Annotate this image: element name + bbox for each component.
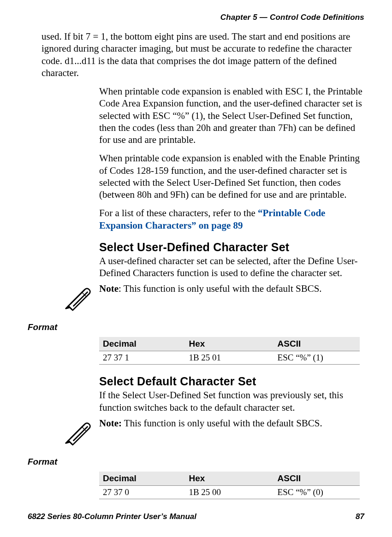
note-2-text: Note: This function is only useful with … [99,417,322,429]
table1-header-hex: Hex [185,337,273,351]
format-table-1: Decimal Hex ASCII 27 37 1 1B 25 01 ESC “… [99,337,360,365]
paragraph-4-lead: For a list of these characters, refer to… [99,207,258,218]
paragraph-intro-continued: used. If bit 7 = 1, the bottom eight pin… [42,30,364,79]
running-header: Chapter 5 — Control Code Definitions [28,13,364,22]
note-row-2: Note: This function is only useful with … [99,417,364,446]
heading-select-user-defined-set: Select User-Defined Character Set [99,241,364,254]
table-row: 27 37 1 1B 25 01 ESC “%” (1) [99,351,360,365]
note-2-body: This function is only useful with the de… [124,418,322,429]
note-1-body: This function is only useful with the de… [124,283,322,294]
note-1-sep: : [119,283,124,294]
table2-cell-ascii: ESC “%” (0) [274,485,360,499]
table1-header-decimal: Decimal [99,337,185,351]
table1-cell-decimal: 27 37 1 [99,351,185,365]
table2-cell-decimal: 27 37 0 [99,485,185,499]
table2-header-hex: Hex [185,472,273,486]
format-table-2: Decimal Hex ASCII 27 37 0 1B 25 00 ESC “… [99,472,360,499]
table2-header-decimal: Decimal [99,472,185,486]
footer-page-number: 87 [356,512,364,521]
format-heading-2: Format [28,457,364,467]
table1-cell-hex: 1B 25 01 [185,351,273,365]
table1-cell-ascii: ESC “%” (1) [274,351,360,365]
page-footer: 6822 Series 80-Column Printer User’s Man… [28,512,364,521]
table2-header-ascii: ASCII [274,472,360,486]
section1-body: A user-defined character set can be sele… [99,255,364,279]
paragraph-2: When printable code expansion is enabled… [99,85,364,146]
note-1-text: Note: This function is only useful with … [99,283,322,295]
paragraph-3: When printable code expansion is enabled… [99,152,364,201]
heading-select-default-set: Select Default Character Set [99,375,364,388]
pencil-icon [63,283,91,311]
table-row: 27 37 0 1B 25 00 ESC “%” (0) [99,485,360,499]
footer-title: 6822 Series 80-Column Printer User’s Man… [28,512,196,521]
note-row-1: Note: This function is only useful with … [99,283,364,311]
section2-body: If the Select User-Defined Set function … [99,389,364,413]
note-2-label: Note: [99,418,122,429]
note-1-label: Note [99,283,119,294]
page: Chapter 5 — Control Code Definitions use… [0,0,392,537]
format-heading-1: Format [28,322,364,332]
paragraph-4: For a list of these characters, refer to… [99,207,364,231]
table1-header-ascii: ASCII [274,337,360,351]
table2-cell-hex: 1B 25 00 [185,485,273,499]
pencil-icon [63,418,91,446]
